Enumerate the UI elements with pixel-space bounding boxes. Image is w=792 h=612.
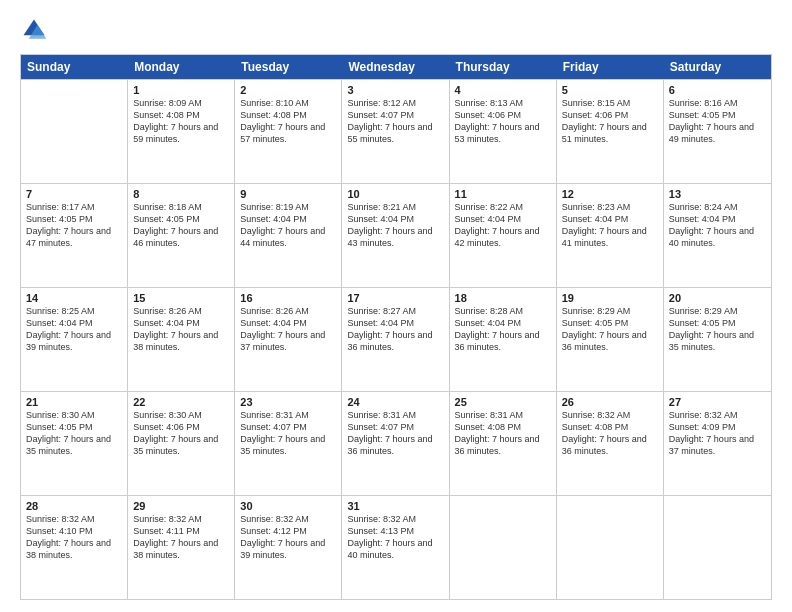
day-number: 9 xyxy=(240,188,336,200)
day-number: 12 xyxy=(562,188,658,200)
calendar-week-5: 28Sunrise: 8:32 AM Sunset: 4:10 PM Dayli… xyxy=(21,495,771,599)
day-info: Sunrise: 8:18 AM Sunset: 4:05 PM Dayligh… xyxy=(133,201,229,250)
day-info: Sunrise: 8:26 AM Sunset: 4:04 PM Dayligh… xyxy=(133,305,229,354)
header-day-saturday: Saturday xyxy=(664,55,771,79)
calendar-cell: 25Sunrise: 8:31 AM Sunset: 4:08 PM Dayli… xyxy=(450,392,557,495)
calendar-week-4: 21Sunrise: 8:30 AM Sunset: 4:05 PM Dayli… xyxy=(21,391,771,495)
calendar-cell: 5Sunrise: 8:15 AM Sunset: 4:06 PM Daylig… xyxy=(557,80,664,183)
calendar-cell xyxy=(450,496,557,599)
day-info: Sunrise: 8:25 AM Sunset: 4:04 PM Dayligh… xyxy=(26,305,122,354)
calendar-cell: 30Sunrise: 8:32 AM Sunset: 4:12 PM Dayli… xyxy=(235,496,342,599)
day-number: 16 xyxy=(240,292,336,304)
calendar-cell xyxy=(21,80,128,183)
header-day-wednesday: Wednesday xyxy=(342,55,449,79)
day-number: 1 xyxy=(133,84,229,96)
calendar-cell: 12Sunrise: 8:23 AM Sunset: 4:04 PM Dayli… xyxy=(557,184,664,287)
day-number: 14 xyxy=(26,292,122,304)
calendar-cell: 10Sunrise: 8:21 AM Sunset: 4:04 PM Dayli… xyxy=(342,184,449,287)
day-number: 23 xyxy=(240,396,336,408)
calendar: SundayMondayTuesdayWednesdayThursdayFrid… xyxy=(20,54,772,600)
calendar-cell: 13Sunrise: 8:24 AM Sunset: 4:04 PM Dayli… xyxy=(664,184,771,287)
day-number: 2 xyxy=(240,84,336,96)
day-info: Sunrise: 8:24 AM Sunset: 4:04 PM Dayligh… xyxy=(669,201,766,250)
day-info: Sunrise: 8:12 AM Sunset: 4:07 PM Dayligh… xyxy=(347,97,443,146)
day-info: Sunrise: 8:28 AM Sunset: 4:04 PM Dayligh… xyxy=(455,305,551,354)
day-number: 25 xyxy=(455,396,551,408)
day-number: 19 xyxy=(562,292,658,304)
day-info: Sunrise: 8:19 AM Sunset: 4:04 PM Dayligh… xyxy=(240,201,336,250)
header-day-thursday: Thursday xyxy=(450,55,557,79)
day-number: 27 xyxy=(669,396,766,408)
calendar-cell: 3Sunrise: 8:12 AM Sunset: 4:07 PM Daylig… xyxy=(342,80,449,183)
day-info: Sunrise: 8:32 AM Sunset: 4:09 PM Dayligh… xyxy=(669,409,766,458)
day-info: Sunrise: 8:32 AM Sunset: 4:10 PM Dayligh… xyxy=(26,513,122,562)
calendar-cell: 8Sunrise: 8:18 AM Sunset: 4:05 PM Daylig… xyxy=(128,184,235,287)
day-number: 3 xyxy=(347,84,443,96)
page: SundayMondayTuesdayWednesdayThursdayFrid… xyxy=(0,0,792,612)
calendar-cell: 7Sunrise: 8:17 AM Sunset: 4:05 PM Daylig… xyxy=(21,184,128,287)
day-info: Sunrise: 8:21 AM Sunset: 4:04 PM Dayligh… xyxy=(347,201,443,250)
header-day-sunday: Sunday xyxy=(21,55,128,79)
calendar-cell: 9Sunrise: 8:19 AM Sunset: 4:04 PM Daylig… xyxy=(235,184,342,287)
calendar-cell: 28Sunrise: 8:32 AM Sunset: 4:10 PM Dayli… xyxy=(21,496,128,599)
calendar-body: 1Sunrise: 8:09 AM Sunset: 4:08 PM Daylig… xyxy=(21,79,771,599)
day-info: Sunrise: 8:22 AM Sunset: 4:04 PM Dayligh… xyxy=(455,201,551,250)
calendar-week-2: 7Sunrise: 8:17 AM Sunset: 4:05 PM Daylig… xyxy=(21,183,771,287)
calendar-cell: 4Sunrise: 8:13 AM Sunset: 4:06 PM Daylig… xyxy=(450,80,557,183)
day-number: 8 xyxy=(133,188,229,200)
day-number: 15 xyxy=(133,292,229,304)
calendar-header: SundayMondayTuesdayWednesdayThursdayFrid… xyxy=(21,55,771,79)
calendar-cell: 6Sunrise: 8:16 AM Sunset: 4:05 PM Daylig… xyxy=(664,80,771,183)
day-number: 13 xyxy=(669,188,766,200)
day-info: Sunrise: 8:27 AM Sunset: 4:04 PM Dayligh… xyxy=(347,305,443,354)
day-info: Sunrise: 8:26 AM Sunset: 4:04 PM Dayligh… xyxy=(240,305,336,354)
calendar-cell: 16Sunrise: 8:26 AM Sunset: 4:04 PM Dayli… xyxy=(235,288,342,391)
day-number: 29 xyxy=(133,500,229,512)
day-info: Sunrise: 8:10 AM Sunset: 4:08 PM Dayligh… xyxy=(240,97,336,146)
logo xyxy=(20,16,50,44)
day-info: Sunrise: 8:29 AM Sunset: 4:05 PM Dayligh… xyxy=(669,305,766,354)
day-info: Sunrise: 8:32 AM Sunset: 4:12 PM Dayligh… xyxy=(240,513,336,562)
day-number: 31 xyxy=(347,500,443,512)
day-info: Sunrise: 8:16 AM Sunset: 4:05 PM Dayligh… xyxy=(669,97,766,146)
day-number: 5 xyxy=(562,84,658,96)
day-info: Sunrise: 8:32 AM Sunset: 4:08 PM Dayligh… xyxy=(562,409,658,458)
day-number: 11 xyxy=(455,188,551,200)
calendar-cell: 14Sunrise: 8:25 AM Sunset: 4:04 PM Dayli… xyxy=(21,288,128,391)
calendar-cell: 1Sunrise: 8:09 AM Sunset: 4:08 PM Daylig… xyxy=(128,80,235,183)
day-info: Sunrise: 8:29 AM Sunset: 4:05 PM Dayligh… xyxy=(562,305,658,354)
day-number: 21 xyxy=(26,396,122,408)
calendar-cell: 27Sunrise: 8:32 AM Sunset: 4:09 PM Dayli… xyxy=(664,392,771,495)
day-number: 17 xyxy=(347,292,443,304)
day-number: 22 xyxy=(133,396,229,408)
day-info: Sunrise: 8:15 AM Sunset: 4:06 PM Dayligh… xyxy=(562,97,658,146)
day-info: Sunrise: 8:30 AM Sunset: 4:05 PM Dayligh… xyxy=(26,409,122,458)
calendar-cell: 24Sunrise: 8:31 AM Sunset: 4:07 PM Dayli… xyxy=(342,392,449,495)
day-info: Sunrise: 8:31 AM Sunset: 4:07 PM Dayligh… xyxy=(347,409,443,458)
calendar-cell: 2Sunrise: 8:10 AM Sunset: 4:08 PM Daylig… xyxy=(235,80,342,183)
calendar-cell: 15Sunrise: 8:26 AM Sunset: 4:04 PM Dayli… xyxy=(128,288,235,391)
calendar-cell: 23Sunrise: 8:31 AM Sunset: 4:07 PM Dayli… xyxy=(235,392,342,495)
day-number: 26 xyxy=(562,396,658,408)
calendar-cell xyxy=(557,496,664,599)
day-number: 4 xyxy=(455,84,551,96)
day-number: 10 xyxy=(347,188,443,200)
calendar-cell: 26Sunrise: 8:32 AM Sunset: 4:08 PM Dayli… xyxy=(557,392,664,495)
header xyxy=(20,16,772,44)
day-number: 28 xyxy=(26,500,122,512)
day-info: Sunrise: 8:32 AM Sunset: 4:13 PM Dayligh… xyxy=(347,513,443,562)
calendar-cell: 17Sunrise: 8:27 AM Sunset: 4:04 PM Dayli… xyxy=(342,288,449,391)
header-day-monday: Monday xyxy=(128,55,235,79)
calendar-cell xyxy=(664,496,771,599)
calendar-week-1: 1Sunrise: 8:09 AM Sunset: 4:08 PM Daylig… xyxy=(21,79,771,183)
day-info: Sunrise: 8:31 AM Sunset: 4:08 PM Dayligh… xyxy=(455,409,551,458)
day-number: 6 xyxy=(669,84,766,96)
calendar-cell: 21Sunrise: 8:30 AM Sunset: 4:05 PM Dayli… xyxy=(21,392,128,495)
day-info: Sunrise: 8:09 AM Sunset: 4:08 PM Dayligh… xyxy=(133,97,229,146)
header-day-friday: Friday xyxy=(557,55,664,79)
day-info: Sunrise: 8:32 AM Sunset: 4:11 PM Dayligh… xyxy=(133,513,229,562)
day-number: 24 xyxy=(347,396,443,408)
calendar-cell: 29Sunrise: 8:32 AM Sunset: 4:11 PM Dayli… xyxy=(128,496,235,599)
header-day-tuesday: Tuesday xyxy=(235,55,342,79)
day-info: Sunrise: 8:31 AM Sunset: 4:07 PM Dayligh… xyxy=(240,409,336,458)
